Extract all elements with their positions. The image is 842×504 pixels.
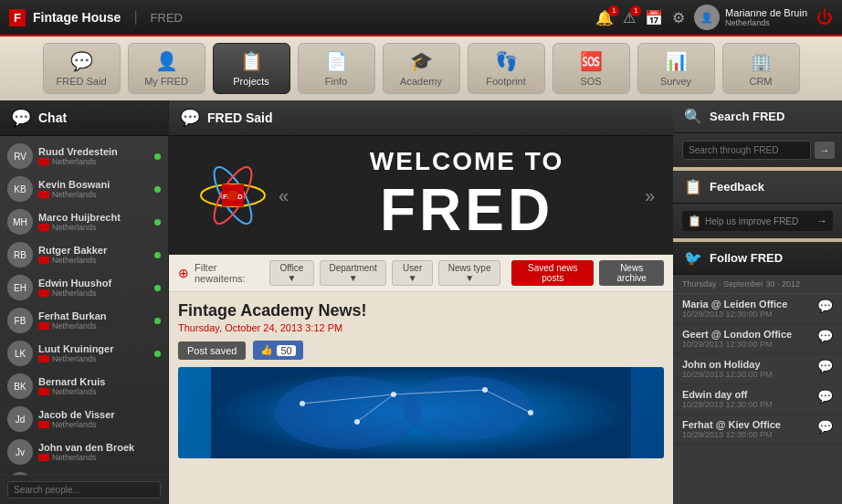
- alert-icon[interactable]: ⚠1: [623, 9, 636, 26]
- search-go-button[interactable]: →: [815, 142, 835, 159]
- chat-avatar: RB: [7, 242, 33, 268]
- welcome-to-label: WELCOME TO: [289, 147, 645, 176]
- chat-item[interactable]: BK Bernard Kruis Netherlands: [0, 370, 168, 403]
- chat-bubble-icon[interactable]: 💬: [817, 359, 833, 373]
- chat-item[interactable]: MH Marco Huijbrecht Netherlands: [0, 205, 168, 238]
- nav-icon-academy: 🎓: [410, 50, 433, 72]
- nav-item-my-fred[interactable]: 👤My FRED: [128, 43, 205, 94]
- archive-btn[interactable]: News archive: [599, 260, 664, 286]
- filter-office[interactable]: Office ▼: [269, 260, 314, 286]
- avatar: 👤: [694, 5, 720, 30]
- nav-icon-crm: 🏢: [750, 50, 773, 72]
- like-button[interactable]: 👍 50: [253, 341, 302, 360]
- nav-item-projects[interactable]: 📋Projects: [213, 43, 290, 94]
- news-date: Thursday, October 24, 2013 3:12 PM: [178, 322, 664, 333]
- chat-item[interactable]: EH Edwin Huushof Netherlands: [0, 271, 168, 304]
- feedback-header: 📋 Feedback: [673, 171, 842, 204]
- chat-item[interactable]: Jd Jacob de Visser Netherlands: [0, 403, 168, 436]
- filter-newstype[interactable]: News type ▼: [438, 260, 500, 286]
- filter-icon: ⊕: [178, 266, 189, 280]
- follow-name: John on Holiday: [682, 359, 812, 370]
- feedback-title: Feedback: [710, 180, 764, 194]
- chat-item[interactable]: RV Ruud Vredestein Netherlands: [0, 140, 168, 173]
- chat-avatar: LK: [7, 341, 33, 366]
- chat-bubble-icon[interactable]: 💬: [817, 419, 833, 434]
- calendar-icon[interactable]: 📅: [645, 9, 663, 26]
- nav-icon-fred-said: 💬: [70, 50, 93, 72]
- chat-name: Edwin Huushof: [38, 278, 149, 289]
- search-icon: 🔍: [684, 108, 702, 125]
- feedback-go-button[interactable]: →: [816, 215, 827, 227]
- follow-name: Ferhat @ Kiev Office: [682, 419, 812, 430]
- filter-user[interactable]: User ▼: [392, 260, 433, 286]
- flag-icon: [38, 158, 49, 165]
- chat-list: RV Ruud Vredestein Netherlands KB Kevin …: [0, 136, 168, 475]
- nav-label-footprint: Footprint: [486, 76, 525, 87]
- online-indicator: [154, 153, 161, 160]
- chat-name: Marco Huijbrecht: [38, 212, 149, 223]
- settings-icon[interactable]: ⚙: [672, 9, 685, 26]
- chat-name: Kevin Boswani: [38, 179, 149, 190]
- nav-item-finfo[interactable]: 📄Finfo: [298, 43, 375, 94]
- chat-info: Kevin Boswani Netherlands: [38, 179, 149, 199]
- filter-label: Filter newaitems:: [195, 262, 264, 284]
- nav-item-survey[interactable]: 📊Survey: [637, 43, 715, 94]
- nav-label-projects: Projects: [233, 76, 269, 87]
- online-indicator: [154, 186, 161, 193]
- chat-item[interactable]: Jv John van den Broek Netherlands: [0, 436, 168, 468]
- follow-time: 10/29/2013 12:30:00 PM: [682, 370, 812, 379]
- chat-item[interactable]: GR Geert Roelofsen Netherlands: [0, 468, 168, 475]
- flag-icon: [38, 191, 49, 198]
- nav-icon-footprint: 👣: [495, 50, 518, 72]
- follow-name: Geert @ London Office: [682, 329, 812, 340]
- nav-icon-sos: 🆘: [580, 50, 603, 72]
- chat-country: Netherlands: [38, 321, 149, 331]
- online-indicator: [154, 285, 161, 291]
- nav-item-fred-said[interactable]: 💬FRED Said: [43, 43, 121, 94]
- feedback-icon: 📋: [684, 178, 702, 195]
- news-image: [178, 367, 664, 458]
- follow-info: Edwin day off 10/29/2013 12:30:00 PM: [682, 389, 812, 409]
- chat-item[interactable]: FB Ferhat Burkan Netherlands: [0, 304, 168, 337]
- power-button[interactable]: ⏻: [816, 8, 833, 27]
- news-content: Fintage Academy News! Thursday, October …: [169, 292, 673, 504]
- chat-info: Rutger Bakker Netherlands: [38, 245, 149, 265]
- banner-next[interactable]: »: [645, 185, 655, 206]
- nav-item-crm[interactable]: 🏢CRM: [722, 43, 800, 94]
- nav-label-fred-said: FRED Said: [56, 76, 106, 87]
- chat-country: Netherlands: [38, 420, 161, 429]
- main-layout: 💬 Chat RV Ruud Vredestein Netherlands KB…: [0, 100, 842, 504]
- chat-country: Netherlands: [38, 190, 149, 199]
- fred-big-label: FRED: [289, 176, 645, 244]
- chat-title: Chat: [38, 110, 67, 125]
- chat-avatar: EH: [7, 275, 33, 300]
- nav-item-academy[interactable]: 🎓Academy: [383, 43, 460, 94]
- flag-icon: [38, 355, 49, 362]
- chat-bubble-icon[interactable]: 💬: [817, 389, 833, 404]
- post-saved-button[interactable]: Post saved: [178, 341, 246, 360]
- fred-said-icon: 💬: [180, 108, 200, 128]
- nav-item-sos[interactable]: 🆘SOS: [553, 43, 630, 94]
- search-people-input[interactable]: [7, 481, 161, 499]
- filter-department[interactable]: Department ▼: [320, 260, 386, 286]
- chat-bubble-icon[interactable]: 💬: [817, 329, 833, 343]
- nav-item-footprint[interactable]: 👣Footprint: [468, 43, 545, 94]
- svg-point-7: [275, 376, 421, 449]
- chat-item[interactable]: KB Kevin Boswani Netherlands: [0, 173, 168, 205]
- flag-icon: [38, 454, 49, 461]
- chat-country: Netherlands: [38, 453, 161, 462]
- bell-icon[interactable]: 🔔1: [595, 9, 614, 26]
- search-fred-input[interactable]: [682, 141, 811, 160]
- chat-bubble-icon[interactable]: 💬: [817, 299, 833, 313]
- flag-icon: [38, 224, 49, 231]
- chat-avatar: Jv: [7, 439, 33, 465]
- saved-news-btn[interactable]: Saved news posts: [511, 260, 594, 286]
- chat-item[interactable]: LK Luut Kruininger Netherlands: [0, 337, 168, 370]
- fred-label: FRED: [151, 11, 183, 25]
- follow-info: Geert @ London Office 10/29/2013 12:30:0…: [682, 329, 812, 349]
- chat-name: John van den Broek: [38, 442, 161, 453]
- flag-icon: [38, 257, 49, 264]
- chat-name: Bernard Kruis: [38, 376, 161, 387]
- chat-item[interactable]: RB Rutger Bakker Netherlands: [0, 238, 168, 271]
- banner-prev[interactable]: «: [279, 185, 289, 206]
